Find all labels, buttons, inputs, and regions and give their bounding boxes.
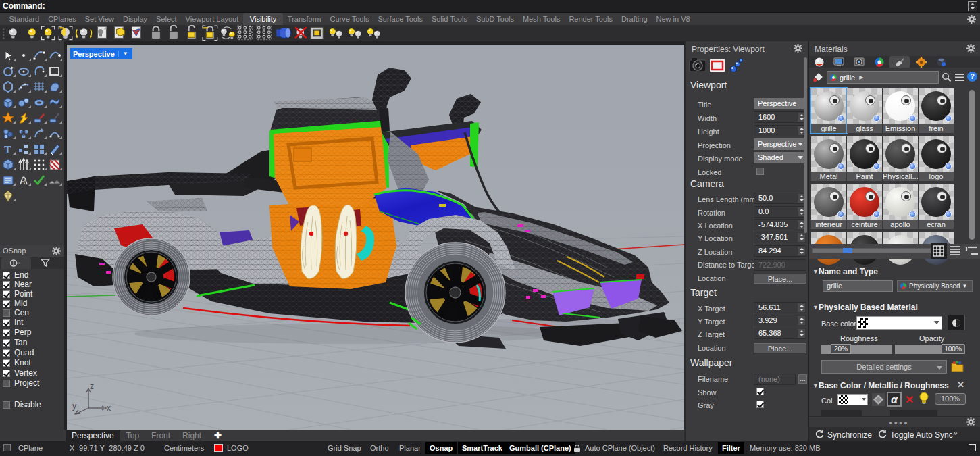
svg-text:y: y	[72, 401, 76, 411]
svg-text:R: R	[21, 178, 26, 185]
svg-text:T: T	[4, 144, 11, 155]
svg-text:x: x	[107, 403, 111, 413]
svg-text:z: z	[90, 382, 94, 391]
